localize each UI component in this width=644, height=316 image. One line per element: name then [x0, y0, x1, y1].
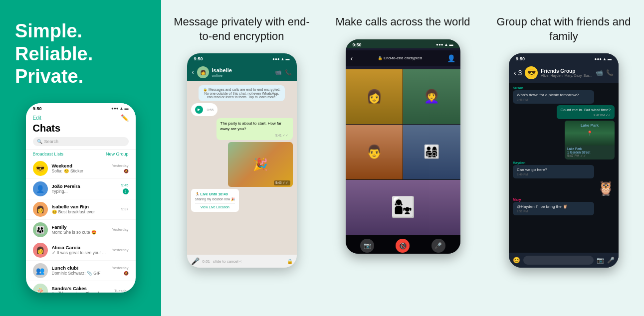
person-icon: 👩‍👧: [391, 195, 416, 219]
message-input[interactable]: [523, 256, 594, 265]
person-icon: 👩‍🦱: [424, 89, 439, 104]
person-icon: 👩: [366, 89, 382, 104]
chat-name: Sandra's Cakes: [52, 286, 111, 291]
chat-time: Yesterday: [112, 248, 128, 252]
sender-name: Hayden: [513, 161, 615, 164]
edit-row: Edit ✏️: [33, 114, 129, 122]
live-location-message[interactable]: 🏃 Live Until 10:49 Sharing my location n…: [191, 189, 239, 212]
view-live-location[interactable]: View Live Location: [195, 203, 235, 209]
avatar: 👥: [33, 263, 48, 278]
chats-header: Edit ✏️ Chats 🔍 Search: [26, 112, 136, 150]
microphone-button[interactable]: 🎤: [431, 239, 445, 253]
back-arrow-icon[interactable]: ‹ 3: [514, 69, 522, 77]
chat-meta: Yesterday: [112, 248, 128, 252]
message-time: 9:47 PM ✓✓: [567, 154, 612, 158]
group-info: Friends Group Alice, Hayden, Mary, Ozzy,…: [541, 68, 592, 77]
panel-simple-reliable-private: Simple. Reliable. Private. 9:50 ●●● ▲ ▬ …: [0, 0, 161, 316]
search-bar[interactable]: 🔍 Search: [33, 137, 129, 146]
emoji-icon[interactable]: 😊: [513, 257, 520, 264]
video-controls: 📷 📵 🎤: [346, 235, 460, 254]
message-time: 9:49 PM: [517, 173, 590, 176]
message-text: Who's down for a picnic tomorrow?: [517, 93, 579, 97]
chat-name: Alicia García: [52, 245, 108, 250]
wifi-icon: ▲: [281, 57, 285, 61]
edit-button[interactable]: Edit: [33, 115, 41, 121]
chat-preview: Mom: She is so cute 😍: [52, 230, 108, 235]
play-button[interactable]: ▶: [195, 106, 203, 114]
chat-info: Isabelle van Rijn 😊 Best breakfast ever: [52, 204, 117, 214]
phone-mockup-video: 9:50 ●●● ▲ ▬ ‹ 🔒 End-to-end encrypted 👤 …: [346, 39, 460, 254]
chat-input-bar: 🎤 0:01 slide to cancel < 🔒: [187, 255, 297, 268]
back-arrow-icon[interactable]: ‹: [192, 69, 194, 76]
camera-icon[interactable]: 📷: [597, 257, 604, 264]
person-icon: 👨: [366, 144, 382, 159]
video-call-header: ‹ 🔒 End-to-end encrypted 👤: [346, 50, 460, 66]
back-arrow-icon[interactable]: ‹: [351, 54, 353, 62]
list-item[interactable]: 👤 João Pereira Typing... 9:45 2: [26, 179, 136, 199]
sent-message: Count me in. But what time? 9:47 PM ✓✓: [557, 105, 615, 119]
panel2-title: Message privately with end-to-end encryp…: [171, 15, 312, 43]
chat-meta: Tuesday: [114, 289, 129, 293]
mic-icon[interactable]: 🎤: [607, 257, 615, 264]
video-call-icon[interactable]: 📹: [596, 69, 603, 76]
chat-time: Tuesday: [114, 289, 129, 293]
audio-message[interactable]: ▶ 0:55: [191, 103, 218, 116]
signal-icon: ●●●: [436, 42, 443, 47]
chat-info: Lunch club! Dominic Schwarz: 📎 GIF: [52, 265, 108, 276]
chat-preview: Dominic Schwarz: 📎 GIF: [52, 271, 108, 276]
chat-info: João Pereira Typing...: [52, 183, 117, 194]
sender-name: Susan: [513, 86, 615, 90]
image-time: 9:46 ✓✓: [274, 180, 290, 185]
chat-info: Family Mom: She is so cute 😍: [52, 224, 108, 235]
status-icons: ●●● ▲ ▬: [272, 57, 289, 61]
camera-button[interactable]: 📷: [360, 239, 374, 253]
chat-info: Weekend Sofia: 🙂 Sticker: [52, 163, 108, 173]
chat-meta: Yesterday 🔕: [112, 266, 128, 276]
phone-call-icon[interactable]: 📞: [606, 69, 614, 76]
chat-meta: Yesterday: [112, 227, 128, 232]
list-item[interactable]: 👩 Alicia García ✓ It was great to see yo…: [26, 240, 136, 261]
phone-status-bar: 9:50 ●●● ▲ ▬: [346, 39, 460, 48]
chat-meta: 9:45 2: [121, 183, 129, 194]
message-time: 9:41 ✓✓: [220, 133, 289, 138]
chat-phone-header: ‹ 👩 Isabelle online 📹 📞: [187, 62, 297, 81]
phone-mockup-group: 9:50 ●●● ▲ ▬ ‹ 3 😎 Friends Group Alice, …: [509, 53, 619, 268]
status-icons: ●●● ▲ ▬: [436, 42, 453, 47]
chat-preview: 😊 Best breakfast ever: [52, 209, 117, 214]
location-address: 1 Garden Street: [567, 151, 612, 154]
phone-time: 9:50: [353, 42, 362, 47]
contact-avatar-icon: 👤: [447, 54, 455, 62]
group-messages: Susan Who's down for a picnic tomorrow? …: [509, 83, 619, 253]
video-call-icon[interactable]: 📹: [275, 69, 282, 76]
end-call-button[interactable]: 📵: [396, 239, 410, 253]
message-time: 9:45 PM: [517, 98, 590, 101]
new-group[interactable]: New Group: [106, 152, 129, 157]
map-visual: Lake Park 📍: [565, 121, 615, 146]
message-time: 9:47 PM ✓✓: [561, 113, 611, 117]
broadcast-lists[interactable]: Broadcast Lists: [33, 152, 64, 157]
avatar: 👩: [33, 202, 48, 217]
chat-messages: 🔒 Messages and calls are end-to-end encr…: [187, 81, 297, 255]
compose-icon[interactable]: ✏️: [121, 114, 129, 122]
phone-call-icon[interactable]: 📞: [285, 69, 292, 76]
list-item[interactable]: 👩 Isabelle van Rijn 😊 Best breakfast eve…: [26, 199, 136, 220]
contact-status: online: [212, 73, 232, 78]
chat-name: Lunch club!: [52, 265, 108, 271]
battery-icon: ▬: [449, 42, 453, 47]
avatar: 👩: [33, 243, 48, 258]
received-message: @Hayden I'll be bring the 🦉 9:51 PM: [513, 202, 594, 215]
chat-name: João Pereira: [52, 183, 117, 189]
chat-list: 😎 Weekend Sofia: 🙂 Sticker Yesterday 🔕 👤…: [26, 158, 136, 293]
contact-name: Isabelle: [212, 67, 232, 73]
list-item[interactable]: 😎 Weekend Sofia: 🙂 Sticker Yesterday 🔕: [26, 158, 136, 179]
list-item[interactable]: 👨‍👩‍👧 Family Mom: She is so cute 😍 Yeste…: [26, 220, 136, 240]
broadcast-row: Broadcast Lists New Group: [26, 150, 136, 158]
list-item[interactable]: 👥 Lunch club! Dominic Schwarz: 📎 GIF Yes…: [26, 261, 136, 281]
list-item[interactable]: 🎂 Sandra's Cakes It will be ready on Thu…: [26, 281, 136, 293]
person-icon: 👨‍👩‍👧‍👦: [424, 144, 439, 159]
wifi-icon: ▲: [120, 106, 124, 111]
chat-name: Weekend: [52, 163, 108, 168]
system-message-text: 🔒 Messages and calls are end-to-end encr…: [203, 88, 280, 99]
microphone-icon[interactable]: 🎤: [191, 257, 200, 265]
image-message: 🎉 9:46 ✓✓: [228, 142, 293, 187]
